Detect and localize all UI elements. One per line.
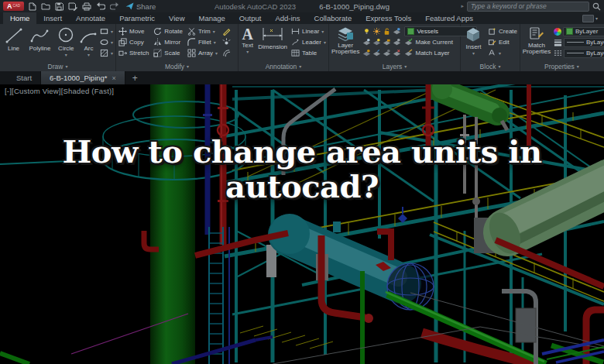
new-drawing-button[interactable]: + [125, 71, 145, 84]
panel-label-annotation[interactable]: Annotation▾ [239, 62, 328, 71]
make-current-button[interactable]: Make Current [404, 37, 452, 47]
layer-prev-icon[interactable] [372, 49, 381, 57]
edit-block-tool[interactable]: Edit [488, 37, 517, 47]
hatch-tool[interactable]: ▾ [100, 48, 113, 58]
match-layer-button[interactable]: Match Layer [404, 48, 449, 58]
panel-modify: Move Copy Stretch Rotate Mirror Scale Tr… [116, 24, 239, 71]
array-tool[interactable]: Array▾ [187, 48, 218, 58]
polyline-icon [30, 26, 49, 45]
rotate-icon [153, 27, 162, 36]
dimension-tool[interactable]: Dimension [258, 26, 287, 50]
drawing-viewport[interactable]: [-][Custom View][Shaded (Fast)] How to c… [0, 84, 604, 364]
tab-insert[interactable]: Insert [36, 12, 69, 24]
app-logo-letter: A [7, 3, 12, 10]
mirror-tool[interactable]: Mirror [153, 37, 183, 47]
insert-block-tool[interactable]: Insert ▾ [463, 26, 484, 56]
linear-dimension-tool[interactable]: Linear▾ [291, 26, 326, 36]
rotate-tool[interactable]: Rotate [153, 26, 183, 36]
chevron-down-icon[interactable]: ▾ [65, 53, 67, 57]
ribbon: Line Polyline Circle ▾ Arc ▾ ▾ [0, 24, 604, 71]
tab-add-ins[interactable]: Add-ins [268, 12, 307, 24]
polyline-tool[interactable]: Polyline [26, 26, 53, 52]
linetype-dropdown[interactable]: ByLayer [564, 49, 604, 58]
layer-lock-icon[interactable] [383, 38, 391, 46]
tab-output[interactable]: Output [232, 12, 269, 24]
ribbon-display-toggle[interactable]: ▾ [582, 12, 604, 24]
circle-tool[interactable]: Circle ▾ [55, 26, 77, 57]
panel-label-properties[interactable]: Properties▾ [520, 62, 603, 71]
layer-unlock-icon[interactable] [383, 27, 391, 36]
layer-properties-tool[interactable]: Layer Properties [331, 26, 359, 56]
tab-start[interactable]: Start [8, 71, 40, 84]
chevron-down-icon[interactable]: ▾ [88, 53, 90, 57]
search-input[interactable] [467, 2, 589, 12]
layer-thaw-icon[interactable] [372, 27, 381, 36]
tab-home[interactable]: Home [3, 12, 36, 24]
leader-tool[interactable]: Leader▾ [291, 37, 326, 47]
rectangle-tool[interactable]: ▾ [100, 26, 113, 36]
move-tool[interactable]: Move [118, 26, 149, 36]
undo-icon[interactable] [96, 2, 105, 10]
block-more-tool[interactable]: ▾ [488, 48, 517, 58]
panel-label-layers[interactable]: Layers▾ [329, 62, 460, 71]
new-file-icon[interactable] [29, 2, 36, 11]
app-menu-button[interactable]: A CAD [3, 2, 24, 11]
object-color-dropdown[interactable]: ByLayer ▾ [563, 27, 604, 36]
panel-label-modify[interactable]: Modify▾ [116, 62, 238, 71]
explode-tool[interactable] [222, 37, 231, 47]
text-tool[interactable]: A Text ▾ [241, 26, 254, 54]
chevron-down-icon: ▾ [213, 29, 215, 34]
table-tool[interactable]: Table [291, 48, 326, 58]
layer-on-icon[interactable] [362, 27, 371, 36]
search-icon[interactable] [592, 2, 601, 11]
copy-tool[interactable]: Copy [118, 37, 149, 47]
search-expand-icon[interactable]: ▸ [461, 3, 464, 9]
panel-label-block[interactable]: Block▾ [461, 62, 520, 71]
erase-tool[interactable] [222, 26, 231, 36]
layer-freeze-icon[interactable] [362, 38, 371, 46]
stretch-tool[interactable]: Stretch [118, 48, 149, 58]
share-button[interactable]: Share [125, 2, 156, 11]
help-search: ▸ [461, 2, 601, 12]
layer-merge-icon[interactable] [383, 49, 391, 57]
fillet-tool[interactable]: Fillet▾ [187, 37, 218, 47]
scale-tool[interactable]: Scale [153, 48, 183, 58]
chevron-down-icon: ▾ [404, 64, 407, 69]
trim-tool[interactable]: Trim▾ [187, 26, 218, 36]
chevron-down-icon: ▾ [214, 40, 216, 45]
lineweight-dropdown[interactable]: ByLayer [564, 38, 604, 47]
chevron-down-icon: ▾ [187, 64, 189, 69]
tab-annotate[interactable]: Annotate [69, 12, 112, 24]
app-logo-sub: CAD [12, 5, 20, 9]
layer-off-icon[interactable] [372, 38, 381, 46]
layer-delete-icon[interactable] [393, 49, 401, 57]
layer-isolate-icon[interactable] [393, 27, 401, 36]
tab-collaborate[interactable]: Collaborate [307, 12, 359, 24]
tab-view[interactable]: View [162, 12, 191, 24]
redo-icon[interactable] [110, 2, 119, 10]
layer-walk-icon[interactable] [393, 38, 401, 46]
save-icon[interactable] [55, 2, 63, 11]
tab-express-tools[interactable]: Express Tools [359, 12, 418, 24]
layer-match-state-icon[interactable] [362, 49, 371, 57]
share-plane-icon [125, 2, 134, 10]
close-icon[interactable]: × [112, 74, 116, 82]
plot-icon[interactable] [82, 2, 91, 11]
tab-featured-apps[interactable]: Featured Apps [418, 12, 480, 24]
line-tool[interactable]: Line [2, 26, 25, 52]
ellipse-tool[interactable]: ▾ [100, 37, 113, 47]
tab-document[interactable]: 6-B-1000_Piping* × [40, 71, 125, 84]
match-properties-tool[interactable]: Match Properties [523, 26, 551, 56]
tab-manage[interactable]: Manage [192, 12, 232, 24]
save-as-icon[interactable] [68, 2, 77, 11]
offset-tool[interactable] [222, 48, 231, 58]
panel-label-draw[interactable]: Draw▾ [0, 62, 115, 71]
arc-tool[interactable]: Arc ▾ [79, 26, 98, 57]
tab-parametric[interactable]: Parametric [112, 12, 162, 24]
copy-icon [118, 38, 127, 46]
create-block-tool[interactable]: Create [488, 26, 517, 36]
chevron-down-icon: ▾ [595, 16, 598, 21]
open-folder-icon[interactable] [41, 2, 50, 10]
viewport-controls[interactable]: [-][Custom View][Shaded (Fast)] [5, 87, 114, 95]
array-icon [187, 49, 196, 57]
